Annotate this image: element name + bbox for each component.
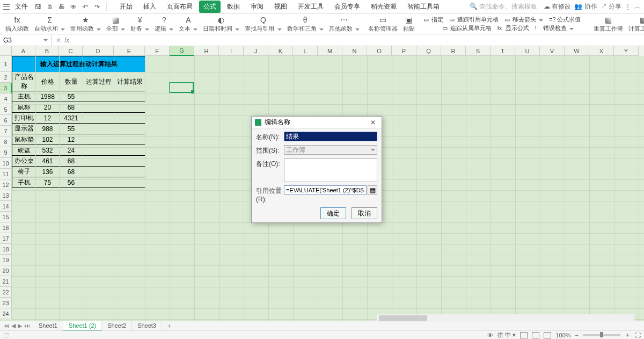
view-normal-icon[interactable] <box>520 332 528 338</box>
table-cell[interactable]: 12 <box>36 113 60 124</box>
fullscreen-icon[interactable]: ⛶ <box>635 332 641 338</box>
table-cell[interactable]: 办公桌 <box>12 156 36 167</box>
cancel-fx-icon[interactable]: ✕ <box>56 37 61 44</box>
ribbon-财务[interactable]: ¥财务 <box>128 15 151 34</box>
col-header-D[interactable]: D <box>83 46 114 56</box>
col-header-C[interactable]: C <box>59 46 83 56</box>
ribbon-text-3[interactable]: =? 公式求值 <box>549 16 581 24</box>
table-cell[interactable]: 75 <box>36 177 60 188</box>
table-cell[interactable] <box>114 124 145 134</box>
table-cell[interactable]: 鼠标 <box>12 102 36 113</box>
col-header-S[interactable]: S <box>466 46 491 56</box>
name-box[interactable]: G3 <box>0 35 52 46</box>
ribbon-全部[interactable]: ▦全部 <box>104 15 127 34</box>
table-header[interactable]: 计算结果 <box>114 73 145 91</box>
eye-icon[interactable]: 👁 <box>487 332 493 338</box>
table-cell[interactable] <box>83 113 114 124</box>
table-cell[interactable] <box>83 102 114 113</box>
preview-icon[interactable]: 👁 <box>69 2 78 12</box>
table-cell[interactable] <box>83 124 114 134</box>
name-input[interactable] <box>284 132 377 141</box>
col-header-B[interactable]: B <box>35 46 59 56</box>
saveas-icon[interactable]: 🗎 <box>45 2 55 12</box>
table-cell[interactable]: 显示器 <box>12 124 36 134</box>
zoom-in-icon[interactable]: ＋ <box>625 331 631 339</box>
sheet-tab-1[interactable]: Sheet1 (2) <box>63 321 102 331</box>
table-cell[interactable]: 55 <box>60 91 83 102</box>
col-header-P[interactable]: P <box>392 46 416 56</box>
ribbon-查找与引用[interactable]: Q查找与引用 <box>243 15 283 34</box>
table-cell[interactable] <box>114 177 145 188</box>
search-box[interactable]: 🔍 查找命令、搜索模板 <box>466 2 540 11</box>
col-header-A[interactable]: A <box>12 46 35 56</box>
unsaved-indicator[interactable]: ☁ 有修改 <box>544 2 571 11</box>
col-header-N[interactable]: N <box>342 46 367 56</box>
row-header-18[interactable]: 18 <box>0 244 12 255</box>
ribbon-text-6[interactable]: ! 错误检查 <box>535 24 574 32</box>
col-header-Q[interactable]: Q <box>416 46 441 56</box>
table-cell[interactable]: 136 <box>36 167 60 177</box>
sheet-tab-0[interactable]: Sheet1 <box>33 321 63 331</box>
ribbon-日期和时间[interactable]: ◐日期和时间 <box>201 15 241 34</box>
table-cell[interactable]: 68 <box>60 156 83 167</box>
table-cell[interactable]: 4321 <box>60 113 83 124</box>
dialog-titlebar[interactable]: 编辑名称 ✕ <box>252 117 382 128</box>
table-cell[interactable] <box>114 102 145 113</box>
ribbon-文本[interactable]: A文本 <box>177 15 200 34</box>
table-cell[interactable]: 56 <box>60 177 83 188</box>
ribbon-逻辑[interactable]: ?逻辑 <box>152 15 175 34</box>
menu-tab-7[interactable]: 开发工具 <box>294 1 328 13</box>
table-cell[interactable]: 988 <box>36 124 60 134</box>
row-header-20[interactable]: 20 <box>0 265 12 276</box>
file-menu[interactable]: 文件 <box>12 1 31 12</box>
col-header-I[interactable]: I <box>219 46 244 56</box>
table-cell[interactable] <box>83 177 114 188</box>
ribbon-重算工作簿[interactable]: ▦重算工作簿 <box>591 15 625 34</box>
menu-tab-10[interactable]: 智能工具箱 <box>403 1 444 13</box>
menu-tab-5[interactable]: 审阅 <box>246 1 268 13</box>
col-header-X[interactable]: X <box>589 46 614 56</box>
col-header-T[interactable]: T <box>491 46 515 56</box>
note-textarea[interactable] <box>284 158 377 182</box>
table-cell[interactable] <box>83 134 114 145</box>
table-cell[interactable] <box>114 113 145 124</box>
menu-tab-3[interactable]: 公式 <box>199 1 221 13</box>
sheet-tab-3[interactable]: Sheet3 <box>132 321 162 331</box>
sheet-prev-icon[interactable]: ◀ <box>11 322 16 329</box>
table-cell[interactable]: 主机 <box>12 91 36 102</box>
undo-icon[interactable]: ↶ <box>80 2 90 12</box>
col-header-U[interactable]: U <box>515 46 540 56</box>
ribbon-计算工作表[interactable]: ▦计算工作表 <box>626 15 644 34</box>
add-sheet-button[interactable]: ＋ <box>162 322 177 330</box>
row-header-1[interactable]: 1 <box>0 56 12 72</box>
cancel-button[interactable]: 取消 <box>352 207 377 219</box>
table-cell[interactable]: 461 <box>36 156 60 167</box>
row-header-3[interactable]: 3 <box>0 83 12 93</box>
table-cell[interactable] <box>114 134 145 145</box>
close-icon[interactable]: ✕ <box>368 118 378 127</box>
col-header-G[interactable]: G <box>170 46 194 56</box>
view-break-icon[interactable] <box>544 332 551 338</box>
sheet-first-icon[interactable]: ⏮ <box>3 322 9 329</box>
menu-tab-8[interactable]: 会员专享 <box>330 1 364 13</box>
table-cell[interactable] <box>83 156 114 167</box>
row-header-6[interactable]: 6 <box>0 115 12 126</box>
col-header-Y[interactable]: Y <box>614 46 639 56</box>
table-cell[interactable]: 椅子 <box>12 167 36 177</box>
share-button[interactable]: ↗ 分享 <box>601 2 621 11</box>
row-header-13[interactable]: 13 <box>0 190 12 201</box>
ribbon-插入函数[interactable]: fx插入函数 <box>3 15 31 34</box>
coop-button[interactable]: 👥 协作 <box>574 2 597 11</box>
fx-icon[interactable]: fx <box>64 37 69 44</box>
row-header-7[interactable]: 7 <box>0 126 12 136</box>
ribbon-text-2[interactable]: ▭ 移去箭头 <box>504 16 543 24</box>
table-cell[interactable]: 102 <box>36 134 60 145</box>
zoom-value[interactable]: 100% <box>555 332 570 338</box>
ribbon-自动求和[interactable]: Σ自动求和 <box>32 15 67 34</box>
row-header-14[interactable]: 14 <box>0 201 12 212</box>
table-cell[interactable] <box>83 145 114 156</box>
zoom-thumb[interactable] <box>600 332 603 337</box>
table-cell[interactable] <box>114 167 145 177</box>
table-header[interactable]: 产品名称 <box>12 73 36 91</box>
table-header[interactable]: 价格 <box>36 73 60 91</box>
